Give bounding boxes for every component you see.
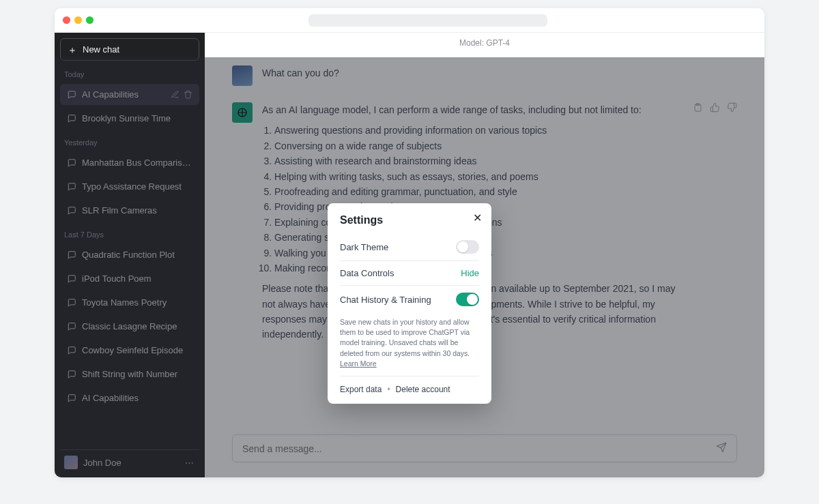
settings-modal: ✕ Settings Dark Theme Data Controls Hide…: [328, 203, 491, 404]
titlebar: [55, 8, 764, 33]
plus-icon: ＋: [68, 45, 77, 55]
close-window-icon[interactable]: [63, 16, 70, 24]
close-button[interactable]: ✕: [473, 213, 482, 224]
delete-account-button[interactable]: Delete account: [396, 385, 450, 394]
row-data-controls: Data Controls Hide: [340, 261, 479, 286]
separator-dot: •: [387, 385, 390, 394]
dark-theme-label: Dark Theme: [340, 242, 388, 252]
browser-window: ＋ New chat Today AI Capabilities Brookly…: [55, 8, 764, 477]
chat-history-desc: Save new chats in your history and allow…: [340, 313, 479, 376]
dark-theme-toggle[interactable]: [456, 240, 479, 254]
row-dark-theme: Dark Theme: [340, 233, 479, 261]
settings-footer: Export data • Delete account: [340, 376, 479, 394]
traffic-lights: [63, 16, 94, 24]
hide-button[interactable]: Hide: [461, 268, 479, 278]
row-chat-history: Chat History & Training: [340, 286, 479, 313]
data-controls-label: Data Controls: [340, 268, 394, 278]
chat-history-toggle[interactable]: [456, 293, 479, 306]
model-label: Model: GPT-4: [205, 33, 764, 57]
new-chat-label: New chat: [83, 44, 119, 55]
minimize-window-icon[interactable]: [74, 16, 82, 24]
chat-history-label: Chat History & Training: [340, 295, 431, 305]
app: ＋ New chat Today AI Capabilities Brookly…: [55, 33, 764, 477]
url-bar[interactable]: [308, 14, 547, 27]
settings-title: Settings: [340, 214, 479, 226]
chat-history-desc-text: Save new chats in your history and allow…: [340, 318, 470, 357]
learn-more-link[interactable]: Learn More: [340, 359, 377, 368]
export-data-button[interactable]: Export data: [340, 385, 382, 394]
maximize-window-icon[interactable]: [86, 16, 94, 24]
